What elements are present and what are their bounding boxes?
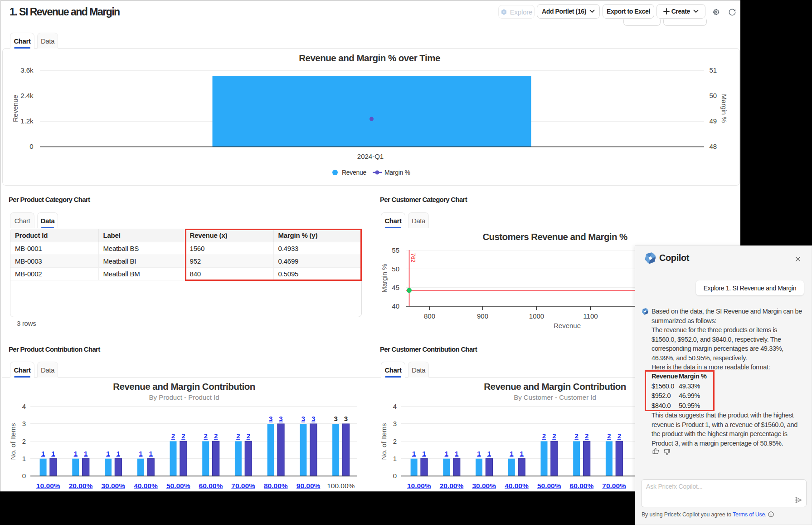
svg-text:80.00%: 80.00% bbox=[264, 482, 288, 490]
svg-text:49: 49 bbox=[710, 117, 717, 125]
svg-text:2: 2 bbox=[171, 432, 175, 440]
svg-text:3: 3 bbox=[393, 420, 397, 427]
svg-text:3: 3 bbox=[269, 415, 272, 422]
svg-text:4: 4 bbox=[393, 402, 397, 410]
svg-text:2: 2 bbox=[236, 432, 240, 440]
svg-text:20.00%: 20.00% bbox=[69, 482, 93, 490]
svg-text:1: 1 bbox=[477, 450, 481, 457]
svg-text:1: 1 bbox=[445, 450, 448, 457]
svg-text:No. of Items: No. of Items bbox=[380, 423, 388, 460]
svg-text:1: 1 bbox=[487, 450, 491, 457]
svg-text:4: 4 bbox=[22, 402, 26, 410]
svg-text:1: 1 bbox=[106, 450, 110, 457]
svg-text:3: 3 bbox=[344, 415, 348, 422]
svg-text:1: 1 bbox=[393, 455, 397, 462]
svg-text:800: 800 bbox=[424, 312, 435, 320]
svg-text:10.00%: 10.00% bbox=[36, 482, 60, 490]
svg-text:1: 1 bbox=[74, 450, 78, 457]
svg-text:2: 2 bbox=[552, 432, 556, 440]
svg-text:1.2k: 1.2k bbox=[20, 117, 34, 125]
svg-text:1: 1 bbox=[22, 455, 26, 462]
svg-text:Margin %: Margin % bbox=[720, 94, 728, 123]
svg-text:10.00%: 10.00% bbox=[407, 482, 431, 490]
svg-text:2: 2 bbox=[618, 432, 621, 440]
svg-text:2.4k: 2.4k bbox=[20, 92, 34, 99]
svg-text:2: 2 bbox=[585, 432, 588, 440]
svg-text:70.00%: 70.00% bbox=[231, 482, 255, 490]
svg-text:90.00%: 90.00% bbox=[297, 482, 321, 490]
svg-text:2: 2 bbox=[204, 432, 208, 440]
svg-text:30.00%: 30.00% bbox=[101, 482, 125, 490]
svg-text:3: 3 bbox=[334, 415, 337, 422]
svg-text:40.00%: 40.00% bbox=[134, 482, 158, 490]
svg-text:No. of Items: No. of Items bbox=[9, 423, 17, 460]
svg-text:1000: 1000 bbox=[529, 312, 544, 320]
svg-text:70.00%: 70.00% bbox=[602, 482, 626, 490]
svg-text:3: 3 bbox=[279, 415, 282, 422]
svg-text:Revenue: Revenue bbox=[554, 322, 581, 329]
svg-text:1: 1 bbox=[412, 450, 416, 457]
svg-text:3: 3 bbox=[22, 420, 26, 427]
svg-text:2: 2 bbox=[575, 432, 579, 440]
svg-text:60.00%: 60.00% bbox=[570, 482, 594, 490]
svg-text:1100: 1100 bbox=[583, 312, 598, 320]
svg-text:0: 0 bbox=[29, 142, 33, 150]
svg-text:1: 1 bbox=[51, 450, 55, 457]
svg-text:1: 1 bbox=[455, 450, 458, 457]
svg-text:51: 51 bbox=[710, 66, 717, 74]
svg-text:1: 1 bbox=[520, 450, 524, 457]
svg-text:100.00%: 100.00% bbox=[327, 482, 355, 490]
svg-text:20.00%: 20.00% bbox=[440, 482, 464, 490]
svg-text:2: 2 bbox=[181, 432, 185, 440]
svg-text:762: 762 bbox=[410, 253, 416, 263]
svg-text:1: 1 bbox=[510, 450, 513, 457]
svg-text:40.00%: 40.00% bbox=[505, 482, 529, 490]
svg-text:2: 2 bbox=[22, 437, 26, 445]
svg-text:3: 3 bbox=[301, 415, 305, 422]
svg-text:0: 0 bbox=[393, 472, 397, 480]
svg-text:1: 1 bbox=[84, 450, 88, 457]
svg-text:900: 900 bbox=[477, 312, 488, 320]
svg-text:3.6k: 3.6k bbox=[20, 66, 34, 74]
svg-text:50.00%: 50.00% bbox=[537, 482, 561, 490]
svg-text:Margin %: Margin % bbox=[380, 264, 388, 292]
svg-text:3: 3 bbox=[311, 415, 315, 422]
svg-text:1: 1 bbox=[139, 450, 142, 457]
svg-text:2: 2 bbox=[214, 432, 218, 440]
svg-text:1: 1 bbox=[117, 450, 120, 457]
svg-text:50.00%: 50.00% bbox=[166, 482, 190, 490]
svg-text:By Customer - Customer Id: By Customer - Customer Id bbox=[514, 393, 596, 401]
svg-text:50: 50 bbox=[392, 265, 399, 273]
svg-text:Revenue: Revenue bbox=[11, 95, 19, 122]
svg-text:2: 2 bbox=[607, 432, 611, 440]
svg-text:By Product - Product Id: By Product - Product Id bbox=[149, 393, 219, 401]
svg-text:2: 2 bbox=[247, 432, 250, 440]
svg-text:Revenue and Margin Contributio: Revenue and Margin Contribution bbox=[113, 381, 255, 392]
svg-text:1: 1 bbox=[149, 450, 153, 457]
svg-text:60.00%: 60.00% bbox=[199, 482, 223, 490]
svg-text:45: 45 bbox=[392, 284, 399, 291]
svg-text:Revenue and Margin Contributio: Revenue and Margin Contribution bbox=[484, 381, 626, 392]
svg-text:1: 1 bbox=[41, 450, 45, 457]
svg-text:48: 48 bbox=[710, 142, 717, 150]
svg-text:Revenue and Margin % over Time: Revenue and Margin % over Time bbox=[299, 53, 440, 63]
svg-text:2024-Q1: 2024-Q1 bbox=[357, 152, 384, 160]
svg-text:1: 1 bbox=[422, 450, 426, 457]
svg-text:2: 2 bbox=[393, 437, 397, 445]
svg-text:0: 0 bbox=[22, 472, 26, 480]
svg-text:55: 55 bbox=[392, 246, 399, 254]
svg-text:Customers Revenue and Margin %: Customers Revenue and Margin % bbox=[482, 231, 627, 242]
svg-text:Margin %: Margin % bbox=[384, 169, 410, 176]
svg-text:30.00%: 30.00% bbox=[472, 482, 496, 490]
svg-text:2: 2 bbox=[542, 432, 546, 440]
svg-text:Revenue: Revenue bbox=[342, 169, 366, 176]
svg-text:40: 40 bbox=[392, 302, 399, 310]
svg-text:50: 50 bbox=[710, 92, 717, 99]
